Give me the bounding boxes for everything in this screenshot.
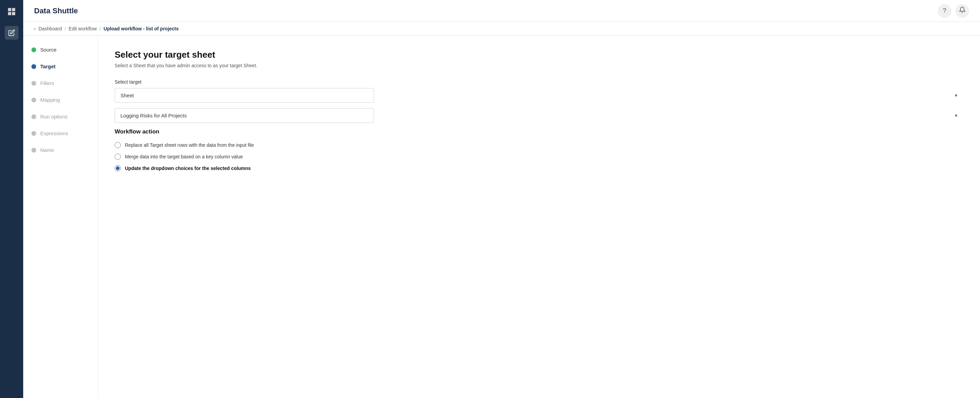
step-dot-expressions xyxy=(32,131,36,136)
radio-update-dropdown-label: Update the dropdown choices for the sele… xyxy=(125,166,251,171)
step-label-run-options: Run options xyxy=(40,114,68,119)
app-logo-icon xyxy=(5,5,18,18)
header-actions: ? xyxy=(938,4,969,18)
step-mapping[interactable]: Mapping xyxy=(32,97,90,103)
target-type-select[interactable]: Sheet xyxy=(115,88,374,103)
top-header: Data Shuttle ? xyxy=(23,0,980,22)
step-expressions[interactable]: Expressions xyxy=(32,131,90,136)
target-sheet-select[interactable]: Logging Risks for All Projects xyxy=(115,108,374,123)
radio-update-dropdown-input[interactable] xyxy=(115,165,121,171)
step-dot-target xyxy=(32,64,36,69)
page-subtitle: Select a Sheet that you have admin acces… xyxy=(115,63,964,68)
step-run-options[interactable]: Run options xyxy=(32,114,90,119)
step-name[interactable]: Name xyxy=(32,147,90,153)
app-title: Data Shuttle xyxy=(34,6,78,15)
notification-button[interactable] xyxy=(955,4,969,18)
workflow-action-title: Workflow action xyxy=(115,128,964,135)
breadcrumb-back-arrow[interactable]: ‹ xyxy=(34,26,36,32)
workflow-action-radio-group: Replace all Target sheet rows with the d… xyxy=(115,142,964,171)
radio-merge[interactable]: Merge data into the target based on a ke… xyxy=(115,154,964,160)
step-label-source: Source xyxy=(40,47,57,53)
breadcrumb-sep-1: / xyxy=(65,26,66,32)
content-area: Select your target sheet Select a Sheet … xyxy=(98,36,980,398)
step-dot-name xyxy=(32,148,36,153)
radio-merge-label: Merge data into the target based on a ke… xyxy=(125,154,243,159)
help-icon: ? xyxy=(943,7,946,14)
step-dot-run-options xyxy=(32,115,36,119)
step-label-name: Name xyxy=(40,147,54,153)
step-label-mapping: Mapping xyxy=(40,97,60,103)
breadcrumb-current: Upload workflow - list of projects xyxy=(103,26,178,32)
breadcrumb: ‹ Dashboard / Edit workflow / Upload wor… xyxy=(23,22,980,36)
step-dot-mapping xyxy=(32,98,36,102)
target-type-chevron-icon: ▼ xyxy=(954,93,958,98)
help-button[interactable]: ? xyxy=(938,4,951,18)
radio-replace-label: Replace all Target sheet rows with the d… xyxy=(125,142,254,148)
radio-merge-input[interactable] xyxy=(115,154,121,160)
icon-rail xyxy=(0,0,23,398)
page-title: Select your target sheet xyxy=(115,49,964,60)
step-source[interactable]: Source xyxy=(32,47,90,53)
step-dot-filters xyxy=(32,81,36,86)
notification-icon xyxy=(959,6,966,15)
radio-replace-input[interactable] xyxy=(115,142,121,148)
radio-update-dropdown[interactable]: Update the dropdown choices for the sele… xyxy=(115,165,964,171)
step-label-filters: Filters xyxy=(40,80,54,86)
main-wrapper: Data Shuttle ? ‹ Dashboard / Edit workfl… xyxy=(23,0,980,398)
steps-nav: Source Target Filters Mapping Run option… xyxy=(23,36,98,398)
breadcrumb-edit-workflow[interactable]: Edit workflow xyxy=(68,26,97,32)
page-body: Source Target Filters Mapping Run option… xyxy=(23,36,980,398)
breadcrumb-dashboard[interactable]: Dashboard xyxy=(38,26,62,32)
step-filters[interactable]: Filters xyxy=(32,80,90,86)
select-target-label: Select target xyxy=(115,79,964,84)
step-dot-source xyxy=(32,48,36,52)
target-sheet-select-wrapper: Logging Risks for All Projects ▼ xyxy=(115,108,964,123)
step-label-target: Target xyxy=(40,64,56,69)
step-target[interactable]: Target xyxy=(32,64,90,69)
radio-replace[interactable]: Replace all Target sheet rows with the d… xyxy=(115,142,964,148)
step-label-expressions: Expressions xyxy=(40,131,68,136)
target-type-select-wrapper: Sheet ▼ xyxy=(115,88,964,103)
target-sheet-chevron-icon: ▼ xyxy=(954,113,958,118)
breadcrumb-sep-2: / xyxy=(100,26,101,32)
edit-icon[interactable] xyxy=(5,26,18,40)
